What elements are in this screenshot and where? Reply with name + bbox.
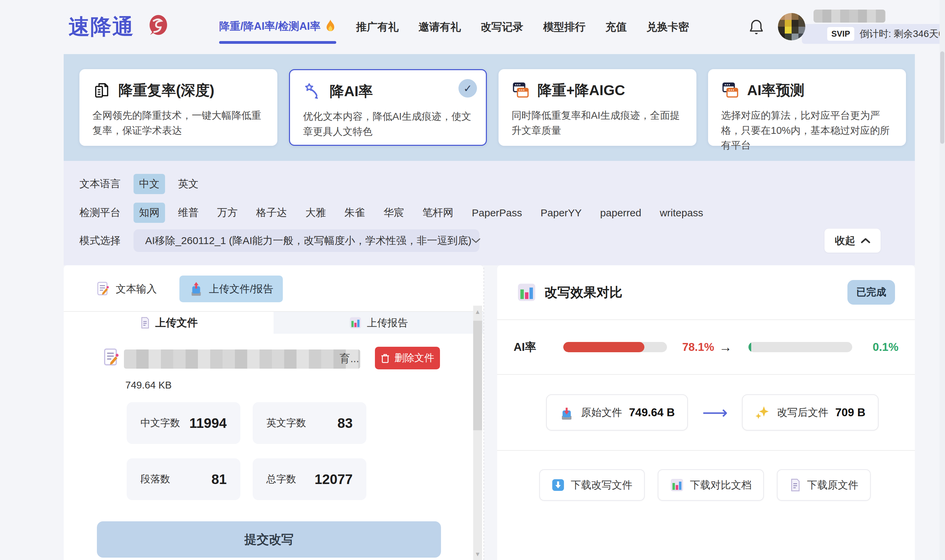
upload-panel: 文本输入 上传文件/报告 上传文件 — [64, 265, 484, 560]
brand-logo[interactable]: 速降通 — [68, 12, 171, 41]
ai-rate-bar-before — [563, 342, 667, 352]
nav-item-history[interactable]: 改写记录 — [481, 20, 523, 34]
file-compare-row: 原始文件 749.64 B ⟶ 改写后文件 709 B — [497, 375, 915, 451]
ai-rate-row: AI率 78.1% → 0.1% — [497, 320, 915, 375]
card-reduce-dup-and-aigc[interactable]: 降重+降AIGC 同时降低重复率和AI生成痕迹，全面提升文章质量 — [499, 69, 696, 146]
card-desc: 同时降低重复率和AI生成痕迹，全面提升文章质量 — [511, 108, 683, 138]
text-edit-icon — [96, 281, 110, 297]
upload-tray-icon — [189, 281, 203, 297]
tab-text-input[interactable]: 文本输入 — [96, 281, 157, 297]
card-ai-rate-predict[interactable]: AI率预测 选择对应的算法，比对应平台更为严格，只要在10%内，基本稳过对应的所… — [708, 69, 906, 146]
arrow-right-icon: → — [719, 340, 732, 355]
trash-icon — [381, 353, 389, 363]
scrollbar-thumb[interactable] — [473, 321, 482, 430]
result-title: 改写效果对比 — [545, 284, 622, 301]
svip-badge: SVIP — [827, 27, 854, 41]
download-compare-button[interactable]: 下载对比文档 — [658, 469, 764, 501]
mode-row: 模式选择 AI移除_260112_1 (降AI能力一般，改写幅度小，学术性强，非… — [79, 229, 479, 252]
bell-icon[interactable] — [748, 18, 764, 35]
card-title: 降重复率(深度) — [119, 81, 214, 100]
avatar[interactable] — [778, 13, 805, 40]
bar-chart-icon — [349, 317, 362, 329]
ai-rate-fill-before — [563, 342, 644, 352]
sparkles-icon — [755, 405, 770, 420]
file-size: 749.64 KB — [125, 380, 172, 391]
dual-window-icon — [511, 81, 530, 100]
card-reduce-ai-rate[interactable]: 降AI率 优化文本内容，降低AI生成痕迹，使文章更具人文特色 ✓ — [289, 69, 487, 146]
tab-upload-file-report[interactable]: 上传文件/报告 — [179, 275, 283, 302]
card-title: AI率预测 — [747, 81, 805, 100]
download-original-button[interactable]: 下载原文件 — [777, 469, 871, 501]
nav-links: 降重/降AI率/检测AI率 推广有礼 邀请有礼 改写记录 模型排行 充值 兑换卡… — [219, 0, 689, 54]
nav-item-redeem[interactable]: 兑换卡密 — [646, 20, 689, 34]
scroll-down-icon[interactable]: ▼ — [473, 551, 482, 558]
platform-chip-weipu[interactable]: 维普 — [172, 203, 204, 223]
nav-item-promo[interactable]: 推广有礼 — [356, 20, 399, 34]
document-icon — [789, 478, 801, 492]
nav-item-recharge[interactable]: 充值 — [605, 20, 626, 34]
download-rewritten-button[interactable]: 下载改写文件 — [539, 469, 645, 501]
nav-item-ranking[interactable]: 模型排行 — [543, 20, 585, 34]
language-chip-english[interactable]: 英文 — [172, 174, 204, 194]
flame-icon — [325, 19, 336, 34]
shooting-star-icon — [303, 82, 322, 101]
platform-chip-daya[interactable]: 大雅 — [300, 203, 331, 223]
feature-banner: 降重复率(深度) 全网领先的降重技术，一键大幅降低重复率，保证学术表达 降AI率… — [64, 54, 915, 161]
vip-status-pill: SVIP 倒计时: 剩余346天00小时 — [802, 24, 945, 44]
platform-chip-huachen[interactable]: 华宸 — [378, 203, 409, 223]
rewritten-file-label: 改写后文件 — [777, 406, 828, 420]
card-reduce-duplication[interactable]: 降重复率(深度) 全网领先的降重技术，一键大幅降低重复率，保证学术表达 — [79, 69, 277, 146]
top-navbar: 速降通 降重/降AI率/检测AI率 推广有礼 邀请有礼 改写记录 模型排行 充值… — [0, 0, 945, 54]
left-panel-scrollbar[interactable]: ▲ ▼ — [473, 306, 482, 560]
page-scrollbar[interactable] — [939, 0, 945, 560]
inbox-download-icon — [559, 404, 574, 421]
settings-panel: 文本语言 中文 英文 检测平台 知网 维普 万方 格子达 大雅 朱雀 华宸 笔杆… — [64, 161, 915, 265]
document-icon — [140, 317, 150, 329]
platform-chip-writepass[interactable]: writepass — [654, 204, 709, 222]
brand-logo-icon — [143, 13, 171, 41]
document-copy-icon — [92, 81, 111, 100]
scroll-up-icon[interactable]: ▲ — [473, 308, 482, 315]
language-chip-chinese[interactable]: 中文 — [134, 174, 165, 194]
platform-chip-paperpass[interactable]: PaperPass — [466, 204, 528, 222]
collapse-button[interactable]: 收起 — [825, 229, 880, 252]
platform-label: 检测平台 — [79, 206, 120, 220]
platform-chip-gezida[interactable]: 格子达 — [251, 203, 292, 223]
rewritten-file-card[interactable]: 改写后文件 709 B — [742, 394, 878, 431]
upload-subtabs: 上传文件 上传报告 — [64, 311, 483, 334]
card-desc: 优化文本内容，降低AI生成痕迹，使文章更具人文特色 — [303, 109, 473, 139]
platform-chip-wanfang[interactable]: 万方 — [212, 203, 243, 223]
feature-cards: 降重复率(深度) 全网领先的降重技术，一键大幅降低重复率，保证学术表达 降AI率… — [79, 69, 906, 146]
stat-chinese-count: 中文字数 11994 — [127, 402, 240, 444]
delete-file-button[interactable]: 删除文件 — [375, 347, 440, 369]
platform-chip-cnki[interactable]: 知网 — [134, 203, 165, 223]
page-scrollbar-thumb[interactable] — [940, 51, 944, 144]
original-file-card[interactable]: 原始文件 749.64 B — [546, 394, 688, 431]
nav-item-active[interactable]: 降重/降AI率/检测AI率 — [219, 19, 336, 35]
stat-paragraph-count: 段落数 81 — [127, 458, 240, 500]
mode-selected-value: AI移除_260112_1 (降AI能力一般，改写幅度小，学术性强，非一逗到底) — [145, 234, 471, 248]
bar-chart-icon — [670, 478, 684, 492]
submit-rewrite-button[interactable]: 提交改写 — [97, 521, 441, 558]
platform-chip-paperred[interactable]: paperred — [595, 204, 647, 222]
platform-chip-bigan[interactable]: 笔杆网 — [417, 203, 459, 223]
nav-right: SVIP 倒计时: 剩余346天00小时 — [748, 0, 925, 54]
download-arrow-icon — [552, 478, 565, 492]
mode-label: 模式选择 — [79, 234, 120, 248]
nav-item-invite[interactable]: 邀请有礼 — [419, 20, 461, 34]
chevron-down-icon — [471, 238, 480, 243]
mode-select-dropdown[interactable]: AI移除_260112_1 (降AI能力一般，改写幅度小，学术性强，非一逗到底) — [134, 229, 479, 252]
card-desc: 选择对应的算法，比对应平台更为严格，只要在10%内，基本稳过对应的所有平台 — [721, 108, 893, 153]
input-mode-tabs: 文本输入 上传文件/报告 — [64, 265, 483, 311]
platform-chip-zhuque[interactable]: 朱雀 — [339, 203, 371, 223]
platform-chip-paperyy[interactable]: PaperYY — [535, 204, 587, 222]
download-buttons: 下载改写文件 下载对比文档 下载 — [497, 451, 915, 501]
user-info: SVIP 倒计时: 剩余346天00小时 — [778, 5, 925, 49]
chevron-up-icon — [861, 238, 870, 244]
selected-check-icon: ✓ — [459, 79, 477, 98]
ai-rate-before-value: 78.1% — [682, 341, 718, 354]
subtab-upload-file[interactable]: 上传文件 — [64, 312, 274, 334]
result-panel: 改写效果对比 已完成 AI率 78.1% → 0.1% 原始文件 749.64 … — [497, 265, 915, 560]
ai-rate-fill-after — [748, 342, 751, 352]
subtab-upload-report[interactable]: 上传报告 — [274, 312, 483, 334]
